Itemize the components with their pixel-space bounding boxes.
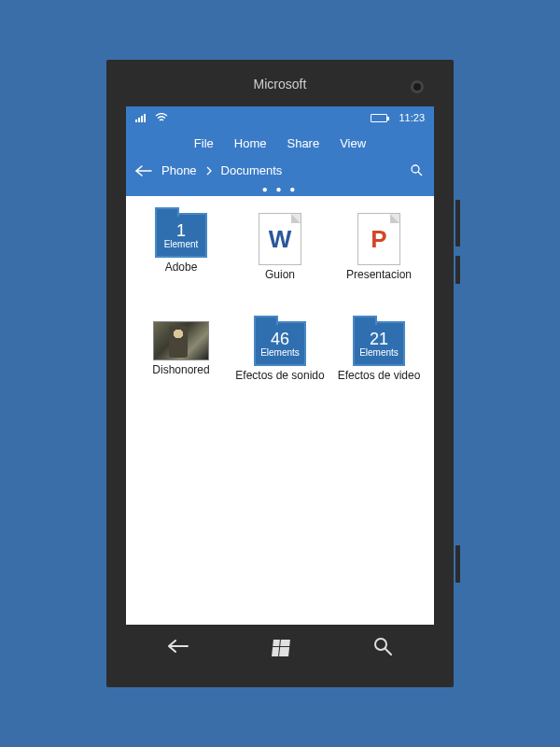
camera-dot: [411, 80, 424, 93]
item-label: Adobe: [165, 261, 198, 274]
svg-line-1: [418, 172, 422, 176]
side-button: [455, 256, 460, 284]
status-bar: 11:23: [126, 106, 434, 129]
side-button: [455, 200, 460, 247]
folder-item[interactable]: 1 Element Adobe: [133, 213, 229, 316]
file-item[interactable]: W Guion: [232, 213, 328, 316]
folder-icon: 46 Elements: [254, 321, 306, 366]
folder-count: 46: [271, 331, 289, 347]
phone-frame: Microsoft 11:23: [103, 56, 457, 691]
doc-letter: W: [269, 225, 292, 254]
battery-icon: [371, 114, 387, 122]
doc-letter: P: [371, 225, 386, 254]
folder-count: 21: [370, 331, 388, 347]
breadcrumb-root[interactable]: Phone: [161, 163, 197, 177]
document-icon: P: [357, 213, 400, 265]
menu-view[interactable]: View: [340, 136, 366, 150]
signal-icon: [135, 113, 146, 122]
folder-item[interactable]: 21 Elements Efectos de video: [331, 321, 427, 424]
nav-back-icon[interactable]: [153, 632, 203, 664]
phone-brand: Microsoft: [254, 77, 307, 92]
back-arrow-icon[interactable]: [135, 165, 152, 176]
item-label: Dishonored: [152, 364, 209, 376]
item-label: Efectos de sonido: [235, 370, 324, 382]
folder-icon: 21 Elements: [353, 321, 405, 366]
more-dots-icon[interactable]: ● ● ●: [126, 187, 434, 196]
menu-bar: File Home Share View: [126, 129, 434, 158]
wifi-icon: [155, 113, 168, 122]
file-item[interactable]: Dishonored: [133, 321, 229, 424]
folder-count-label: Elements: [260, 347, 300, 358]
svg-line-3: [385, 649, 391, 655]
folder-count-label: Elements: [359, 347, 399, 358]
document-icon: W: [259, 213, 301, 265]
chevron-right-icon: [206, 166, 212, 176]
screen: 11:23 File Home Share View Phone Documen…: [126, 106, 434, 625]
nav-windows-icon[interactable]: [258, 632, 304, 664]
side-button: [455, 545, 460, 583]
nav-search-icon[interactable]: [358, 629, 407, 667]
file-item[interactable]: P Presentacion: [331, 213, 427, 316]
breadcrumb-current[interactable]: Documents: [221, 163, 283, 177]
image-thumbnail: [153, 321, 209, 360]
breadcrumb: Phone Documents: [126, 158, 434, 187]
phone-nav-bar: [126, 625, 434, 671]
menu-share[interactable]: Share: [287, 136, 319, 150]
item-label: Efectos de video: [338, 370, 421, 382]
folder-count-label: Element: [164, 239, 199, 249]
folder-item[interactable]: 46 Elements Efectos de sonido: [232, 321, 328, 424]
menu-file[interactable]: File: [194, 136, 214, 150]
search-icon[interactable]: [410, 163, 423, 179]
file-grid: 1 Element Adobe W Guion P Presentacion: [126, 196, 434, 625]
item-label: Guion: [265, 269, 295, 281]
menu-home[interactable]: Home: [234, 136, 267, 150]
folder-icon: 1 Element: [155, 213, 207, 258]
item-label: Presentacion: [346, 269, 412, 281]
svg-point-0: [412, 165, 419, 173]
svg-point-2: [375, 639, 386, 650]
folder-count: 1: [176, 222, 186, 239]
clock: 11:23: [399, 112, 425, 123]
